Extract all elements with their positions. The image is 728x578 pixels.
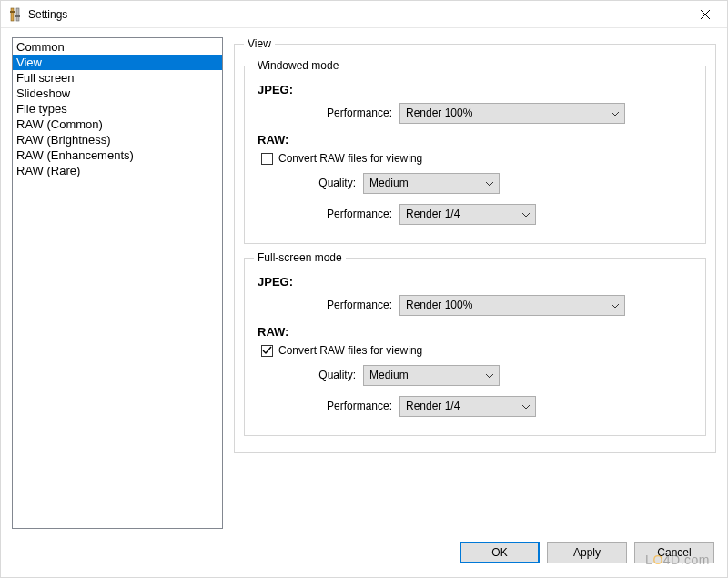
apply-button[interactable]: Apply xyxy=(547,542,627,563)
sidebar-item-raw-rare[interactable]: RAW (Rare) xyxy=(13,163,222,178)
sidebar-item-common[interactable]: Common xyxy=(13,39,222,55)
windowed-jpeg-performance-label: Performance: xyxy=(254,106,399,119)
settings-app-icon xyxy=(8,7,23,22)
windowed-raw-label: RAW: xyxy=(258,133,696,147)
svg-rect-2 xyxy=(10,11,15,13)
chevron-down-icon xyxy=(522,400,530,412)
category-list[interactable]: Common View Full screen Slideshow File t… xyxy=(12,37,223,529)
windowed-raw-convert-checkbox[interactable] xyxy=(261,153,273,165)
fullscreen-jpeg-performance-value: Render 100% xyxy=(406,299,472,311)
fullscreen-raw-performance-select[interactable]: Render 1/4 xyxy=(399,396,536,417)
titlebar: Settings xyxy=(1,1,727,28)
fullscreen-raw-quality-label: Quality: xyxy=(254,369,363,381)
windowed-raw-quality-label: Quality: xyxy=(254,177,363,189)
content: Common View Full screen Slideshow File t… xyxy=(1,28,727,534)
sidebar-item-slideshow[interactable]: Slideshow xyxy=(13,86,222,101)
svg-rect-0 xyxy=(11,8,14,21)
sidebar-item-raw-brightness[interactable]: RAW (Brightness) xyxy=(13,132,222,147)
svg-rect-1 xyxy=(16,8,19,21)
sidebar-item-raw-common[interactable]: RAW (Common) xyxy=(13,117,222,132)
windowed-raw-quality-select[interactable]: Medium xyxy=(363,173,500,194)
fullscreen-raw-performance-label: Performance: xyxy=(254,400,399,412)
ok-button[interactable]: OK xyxy=(460,542,540,563)
fullscreen-raw-convert-checkbox[interactable] xyxy=(261,345,273,357)
fullscreen-raw-convert-label[interactable]: Convert RAW files for viewing xyxy=(278,344,422,357)
fullscreen-raw-label: RAW: xyxy=(258,325,696,339)
fullscreen-jpeg-performance-label: Performance: xyxy=(254,299,399,311)
windowed-mode-legend: Windowed mode xyxy=(254,59,342,72)
chevron-down-icon xyxy=(486,177,493,189)
chevron-down-icon xyxy=(612,299,619,311)
windowed-raw-convert-label[interactable]: Convert RAW files for viewing xyxy=(278,152,422,165)
windowed-jpeg-performance-value: Render 100% xyxy=(406,106,472,119)
sidebar-item-raw-enhancements[interactable]: RAW (Enhancements) xyxy=(13,147,222,163)
settings-panel: View Windowed mode JPEG: Performance: Re… xyxy=(234,37,716,529)
windowed-raw-quality-value: Medium xyxy=(369,177,409,189)
chevron-down-icon xyxy=(486,369,493,381)
chevron-down-icon xyxy=(522,208,530,220)
windowed-jpeg-label: JPEG: xyxy=(258,83,696,96)
sidebar-item-file-types[interactable]: File types xyxy=(13,101,222,117)
fullscreen-raw-quality-value: Medium xyxy=(369,369,409,381)
sidebar-item-view[interactable]: View xyxy=(13,55,222,70)
window-title: Settings xyxy=(28,8,684,21)
chevron-down-icon xyxy=(612,106,619,119)
fullscreen-raw-performance-value: Render 1/4 xyxy=(406,400,460,412)
windowed-raw-performance-value: Render 1/4 xyxy=(406,208,460,220)
view-group-legend: View xyxy=(244,37,275,50)
sidebar-item-full-screen[interactable]: Full screen xyxy=(13,70,222,86)
windowed-mode-group: Windowed mode JPEG: Performance: Render … xyxy=(244,59,706,244)
check-icon xyxy=(262,346,272,356)
fullscreen-mode-legend: Full-screen mode xyxy=(254,251,346,264)
windowed-jpeg-performance-select[interactable]: Render 100% xyxy=(399,103,625,124)
svg-rect-3 xyxy=(15,15,20,17)
fullscreen-jpeg-performance-select[interactable]: Render 100% xyxy=(399,295,625,316)
view-group: View Windowed mode JPEG: Performance: Re… xyxy=(234,37,716,453)
fullscreen-jpeg-label: JPEG: xyxy=(258,275,696,289)
fullscreen-raw-quality-select[interactable]: Medium xyxy=(363,365,500,386)
fullscreen-mode-group: Full-screen mode JPEG: Performance: Rend… xyxy=(244,251,706,436)
close-button[interactable] xyxy=(684,2,725,27)
windowed-raw-performance-label: Performance: xyxy=(254,208,399,220)
close-icon xyxy=(701,10,710,19)
dialog-footer: OK Apply Cancel xyxy=(1,534,727,571)
windowed-raw-performance-select[interactable]: Render 1/4 xyxy=(399,204,536,225)
cancel-button[interactable]: Cancel xyxy=(634,542,714,563)
